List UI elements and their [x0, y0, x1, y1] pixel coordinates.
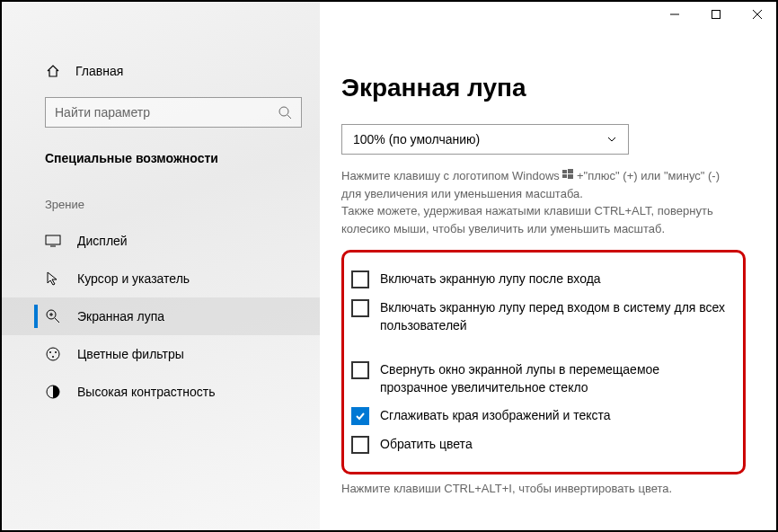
- svg-point-1: [279, 107, 288, 116]
- sidebar-item-label: Высокая контрастность: [77, 385, 215, 399]
- cursor-icon: [45, 270, 61, 287]
- contrast-icon: [45, 384, 61, 400]
- svg-rect-2: [46, 235, 60, 244]
- svg-point-4: [47, 348, 59, 360]
- check-icon: [354, 410, 367, 422]
- search-placeholder: Найти параметр: [55, 105, 150, 120]
- search-icon: [278, 105, 292, 120]
- sidebar-item-cursor[interactable]: Курсор и указатель: [2, 260, 320, 297]
- page-title: Экранная лупа: [341, 74, 746, 102]
- main-content: Экранная лупа 100% (по умолчанию) Нажмит…: [320, 2, 776, 530]
- checkbox-label: Свернуть окно экранной лупы в перемещаем…: [380, 361, 730, 396]
- zoom-dropdown[interactable]: 100% (по умолчанию): [341, 124, 629, 155]
- home-label: Главная: [75, 64, 123, 78]
- svg-rect-11: [562, 174, 567, 178]
- checkbox-label: Включать экранную лупу перед входом в си…: [380, 299, 730, 334]
- windows-logo-icon: [562, 167, 573, 185]
- checkbox-start-after-signin[interactable]: Включать экранную лупу после входа: [351, 265, 730, 294]
- checkbox-collapse-window[interactable]: Свернуть окно экранной лупы в перемещаем…: [351, 356, 730, 402]
- search-input[interactable]: Найти параметр: [45, 97, 302, 128]
- color-filter-icon: [45, 346, 61, 362]
- checkbox-box: [351, 436, 369, 454]
- svg-rect-9: [562, 170, 567, 173]
- checkbox-label: Включать экранную лупу после входа: [380, 270, 601, 288]
- svg-point-6: [55, 351, 57, 353]
- sidebar-item-label: Дисплей: [77, 234, 128, 248]
- checkbox-invert-colors[interactable]: Обратить цвета: [351, 430, 730, 459]
- hint-text: Нажмите клавишу с логотипом Windows +"пл…: [341, 167, 728, 237]
- checkbox-start-before-signin[interactable]: Включать экранную лупу перед входом в си…: [351, 294, 730, 340]
- svg-point-7: [52, 356, 54, 358]
- checkbox-label: Обратить цвета: [380, 436, 473, 454]
- checkbox-box: [351, 407, 369, 425]
- checkbox-smooth-edges[interactable]: Сглаживать края изображений и текста: [351, 402, 730, 430]
- dropdown-value: 100% (по умолчанию): [353, 132, 480, 146]
- sidebar-item-high-contrast[interactable]: Высокая контрастность: [2, 373, 320, 411]
- display-icon: [45, 233, 61, 249]
- magnifier-icon: [45, 308, 61, 324]
- checkbox-box: [351, 270, 369, 288]
- sidebar: Главная Найти параметр Специальные возмо…: [2, 2, 320, 530]
- category-title: Специальные возможности: [2, 135, 320, 176]
- home-icon: [45, 63, 61, 79]
- sidebar-item-label: Экранная лупа: [77, 309, 164, 324]
- sidebar-item-color-filters[interactable]: Цветные фильтры: [2, 335, 320, 373]
- sidebar-item-label: Цветные фильтры: [77, 347, 184, 361]
- sidebar-item-magnifier[interactable]: Экранная лупа: [2, 297, 320, 335]
- svg-rect-12: [568, 174, 573, 179]
- home-nav[interactable]: Главная: [2, 56, 320, 90]
- hint-invert: Нажмите клавиши CTRL+ALT+I, чтобы инверт…: [341, 482, 746, 495]
- chevron-down-icon: [606, 134, 617, 145]
- group-title: Зрение: [2, 176, 320, 222]
- sidebar-item-display[interactable]: Дисплей: [2, 222, 320, 260]
- svg-rect-10: [568, 169, 573, 173]
- sidebar-item-label: Курсор и указатель: [77, 271, 190, 286]
- checkbox-box: [351, 299, 369, 317]
- checkbox-box: [351, 361, 369, 379]
- checkbox-label: Сглаживать края изображений и текста: [380, 407, 611, 425]
- highlighted-checkbox-group: Включать экранную лупу после входа Включ…: [341, 250, 746, 474]
- svg-point-5: [49, 351, 51, 353]
